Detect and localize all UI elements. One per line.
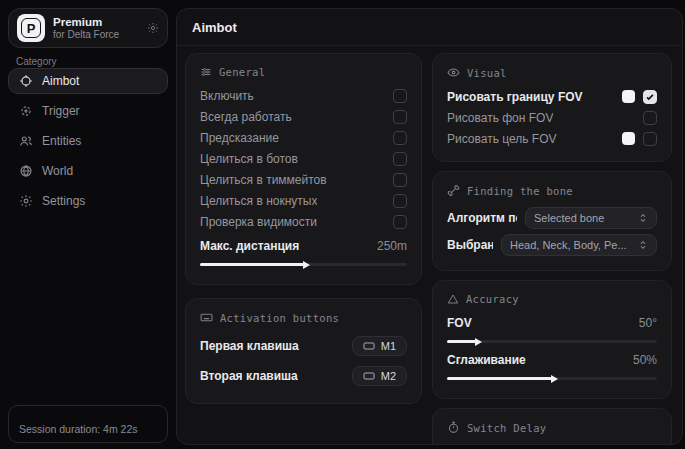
activation-card: Activation buttons Первая клавиша M1 Вто… — [185, 298, 422, 404]
sidebar-item-settings[interactable]: Settings — [8, 188, 168, 214]
setting-label: FOV — [447, 316, 472, 330]
scope-plus-icon — [19, 104, 33, 118]
checkbox[interactable] — [643, 445, 657, 446]
key-row-secondary: Вторая клавиша M2 — [200, 361, 407, 391]
bone-selected-row: Выбранные кос Head, Neck, Body, Pe... — [447, 231, 657, 258]
brand-title: Premium — [53, 16, 139, 29]
checkbox[interactable] — [393, 89, 407, 103]
slider-fill[interactable] — [447, 377, 552, 380]
keyboard-icon — [363, 340, 375, 352]
fov-slider[interactable] — [447, 340, 657, 343]
setting-label: Вторая клавиша — [200, 369, 298, 383]
category-label: Category — [16, 56, 57, 67]
section-title: Activation buttons — [220, 312, 339, 324]
session-duration-text: Session duration: 4m 22s — [19, 423, 137, 435]
globe-icon — [19, 164, 33, 178]
smoothing-value: 50% — [633, 353, 657, 367]
crosshair-icon — [19, 74, 33, 88]
checkbox[interactable] — [643, 132, 657, 146]
stopwatch-icon — [447, 421, 460, 434]
keybind-button-m1[interactable]: M1 — [352, 336, 407, 356]
sidebar-item-aimbot[interactable]: Aimbot — [8, 68, 168, 94]
dropdown-value: Head, Neck, Body, Pe... — [510, 239, 627, 251]
color-swatch[interactable] — [622, 132, 635, 145]
keyboard-icon — [200, 311, 213, 324]
section-title: General — [219, 66, 265, 78]
setting-label: Макс. дистанция — [200, 239, 299, 253]
max-distance-row: Макс. дистанция 250m — [200, 235, 407, 256]
bone-card: Finding the bone Алгоритм поиска кост Se… — [432, 171, 672, 271]
general-card: General Включить Всегда работать Предска… — [185, 53, 422, 285]
setting-label: Алгоритм поиска кост — [447, 211, 517, 225]
visual-card: Visual Рисовать границу FOV Рисовать фон… — [432, 53, 672, 162]
visual-row-fov-background: Рисовать фон FOV — [447, 107, 657, 128]
setting-label: Предсказание — [200, 131, 279, 145]
max-distance-slider[interactable] — [200, 263, 407, 266]
setting-label: Проверка видимости — [200, 215, 317, 229]
setting-label: Рисовать границу FOV — [447, 90, 583, 104]
brand-gear-icon[interactable] — [147, 22, 159, 34]
section-title: Accuracy — [466, 293, 519, 305]
checkbox[interactable] — [643, 111, 657, 125]
switch-delay-card-title: Switch Delay — [447, 421, 657, 434]
left-column: General Включить Всегда работать Предска… — [185, 53, 422, 445]
fov-row: FOV 50° — [447, 312, 657, 333]
sidebar-item-world[interactable]: World — [8, 158, 168, 184]
section-title: Finding the bone — [467, 185, 573, 197]
setting-label: Целиться в тиммейтов — [200, 173, 327, 187]
checkbox[interactable] — [393, 215, 407, 229]
session-duration-card: Session duration: 4m 22s — [8, 405, 168, 443]
selected-bones-dropdown[interactable]: Head, Neck, Body, Pe... — [501, 234, 657, 256]
slider-fill[interactable] — [200, 263, 304, 266]
unfold-icon — [638, 240, 648, 250]
visual-row-fov-border: Рисовать границу FOV — [447, 86, 657, 107]
sidebar-nav: Aimbot Trigger Entities World Settings — [8, 68, 168, 214]
eye-icon — [447, 66, 460, 79]
tune-sliders-icon — [200, 66, 212, 78]
setting-label: Выбранные кос — [447, 238, 493, 252]
setting-row-target-knocked: Целиться в нокнутых — [200, 190, 407, 211]
content: General Включить Всегда работать Предска… — [177, 46, 682, 445]
fov-value: 50° — [639, 316, 657, 330]
setting-label: Включить — [200, 89, 254, 103]
sidebar-item-entities[interactable]: Entities — [8, 128, 168, 154]
setting-row-always-work: Всегда работать — [200, 106, 407, 127]
checkbox[interactable] — [393, 110, 407, 124]
setting-label: Рисовать цель FOV — [447, 132, 557, 146]
main-panel: Aimbot General Включить Всегда работать — [176, 8, 683, 445]
smoothing-slider[interactable] — [447, 377, 657, 380]
visual-card-title: Visual — [447, 66, 657, 79]
setting-label: Первая клавиша — [200, 339, 299, 353]
switch-delay-toggle-row: Задержка переключения — [447, 441, 657, 445]
triangle-icon — [447, 293, 459, 305]
sidebar: P Premium for Delta Force Category Aimbo… — [0, 0, 176, 449]
checkbox[interactable] — [393, 173, 407, 187]
unfold-icon — [638, 213, 648, 223]
keybind-value: M1 — [381, 340, 396, 352]
checkbox[interactable] — [393, 194, 407, 208]
setting-row-enable: Включить — [200, 85, 407, 106]
sidebar-item-trigger[interactable]: Trigger — [8, 98, 168, 124]
checkbox[interactable] — [643, 90, 657, 104]
sidebar-item-label: Trigger — [42, 104, 80, 118]
setting-row-prediction: Предсказание — [200, 127, 407, 148]
keyboard-icon — [363, 370, 375, 382]
accuracy-card: Accuracy FOV 50° Сглаживание 50% — [432, 280, 672, 399]
keybind-button-m2[interactable]: M2 — [352, 366, 407, 386]
right-column: Visual Рисовать границу FOV Рисовать фон… — [432, 53, 672, 445]
setting-row-visibility-check: Проверка видимости — [200, 211, 407, 232]
checkbox[interactable] — [393, 152, 407, 166]
smoothing-row: Сглаживание 50% — [447, 349, 657, 370]
setting-label: Задержка переключения — [447, 445, 585, 446]
sidebar-item-label: Entities — [42, 134, 81, 148]
color-swatch[interactable] — [622, 90, 635, 103]
checkbox[interactable] — [393, 131, 407, 145]
brand-text: Premium for Delta Force — [53, 16, 139, 41]
sidebar-item-label: World — [42, 164, 73, 178]
sidebar-item-label: Aimbot — [42, 74, 79, 88]
slider-fill[interactable] — [447, 340, 476, 343]
setting-label: Рисовать фон FOV — [447, 111, 553, 125]
activation-card-title: Activation buttons — [200, 311, 407, 324]
bone-algorithm-dropdown[interactable]: Selected bone — [525, 207, 657, 229]
setting-label: Целиться в ботов — [200, 152, 298, 166]
